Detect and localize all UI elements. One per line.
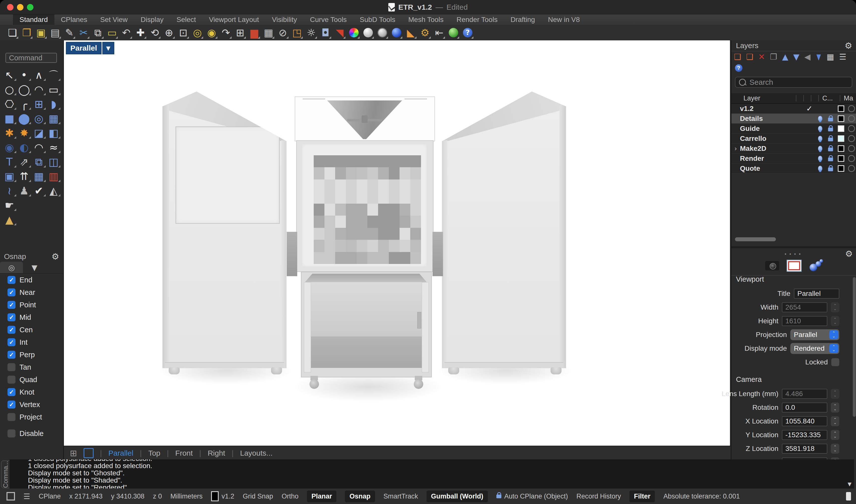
- layer-color-swatch[interactable]: [838, 105, 844, 112]
- pan-icon[interactable]: ✚: [135, 26, 147, 39]
- lock-layer-icon[interactable]: [828, 138, 833, 141]
- menu-tab-display[interactable]: Display: [134, 15, 170, 25]
- blend-icon[interactable]: ≈: [46, 142, 61, 153]
- layer-material-icon[interactable]: [848, 105, 855, 112]
- osnap-checkbox-cen[interactable]: ✓: [7, 326, 16, 334]
- viewport-tab-right[interactable]: Right: [208, 449, 225, 457]
- rotate-view-icon[interactable]: ⟲: [149, 26, 161, 39]
- split-icon[interactable]: ◧: [46, 128, 61, 139]
- command-input[interactable]: Command: [5, 53, 57, 63]
- expand-arrow-icon[interactable]: ›: [732, 145, 740, 152]
- menu-tab-standard[interactable]: Standard: [13, 15, 54, 25]
- menu-tab-mesh-tools[interactable]: Mesh Tools: [402, 15, 450, 25]
- duplicate-layer-icon[interactable]: ❐: [770, 53, 777, 61]
- extrude-icon[interactable]: ⇈: [17, 171, 31, 182]
- render-earth-icon[interactable]: [447, 26, 459, 39]
- layer-color-swatch[interactable]: [838, 155, 844, 162]
- osnap-checkbox-end[interactable]: ✓: [7, 276, 16, 284]
- sphere-white-icon[interactable]: [362, 26, 374, 39]
- camera-tab[interactable]: [764, 259, 781, 273]
- check-icon[interactable]: ✔: [31, 185, 46, 196]
- status-z-0[interactable]: z 0: [153, 492, 162, 500]
- properties-gear-icon[interactable]: ⚙: [845, 249, 853, 259]
- move-up-icon[interactable]: ▲: [782, 53, 788, 61]
- menu-tab-curve-tools[interactable]: Curve Tools: [304, 15, 353, 25]
- zoom-window-icon[interactable]: ⊡: [177, 26, 189, 39]
- polygon-icon[interactable]: ⎔: [2, 99, 17, 110]
- layers-gear-icon[interactable]: ⚙: [845, 41, 852, 51]
- property-dropdown[interactable]: Parallel⌃⌄: [790, 329, 839, 340]
- stepper-control[interactable]: ⌃⌄: [831, 444, 839, 454]
- material-cell[interactable]: [846, 105, 856, 112]
- zoom-selected-icon[interactable]: ◎: [191, 26, 203, 39]
- property-number-input[interactable]: 3581.918: [782, 444, 827, 454]
- ellipse-icon[interactable]: ◯: [17, 84, 31, 95]
- bulb-cell[interactable]: [815, 126, 825, 131]
- status-right-icon[interactable]: [846, 492, 851, 501]
- osnap-checkbox-quad[interactable]: [7, 376, 16, 384]
- filter-icon[interactable]: ▼: [816, 53, 821, 61]
- layer-material-icon[interactable]: [848, 155, 855, 162]
- material-cell[interactable]: [846, 125, 856, 132]
- lock-cell[interactable]: [825, 156, 836, 161]
- layer-color-swatch[interactable]: [838, 125, 844, 132]
- four-pane-icon[interactable]: ⊞: [70, 448, 77, 458]
- layer-row-v1-2[interactable]: v1.2✓: [732, 104, 856, 114]
- property-number-input[interactable]: -15233.335: [782, 430, 827, 440]
- property-number-input[interactable]: 1055.840: [782, 416, 827, 426]
- lock-cell[interactable]: [825, 146, 836, 151]
- array-grid-icon[interactable]: ▦: [31, 171, 46, 182]
- set-view-icon[interactable]: ⊘: [277, 26, 289, 39]
- visibility-bulb-icon[interactable]: [818, 156, 822, 161]
- osnap-checkbox-tan[interactable]: [7, 363, 16, 371]
- surface-grid-icon[interactable]: ▦: [46, 113, 61, 124]
- blast-icon[interactable]: ✸: [17, 128, 31, 139]
- menu-tab-viewport-layout[interactable]: Viewport Layout: [202, 15, 265, 25]
- bulb-cell[interactable]: [815, 146, 825, 151]
- history-scroll-down-icon[interactable]: ▼: [848, 481, 852, 487]
- lock-cell[interactable]: [825, 126, 836, 131]
- osnap-tab[interactable]: ◎: [0, 262, 23, 273]
- status-grid-snap[interactable]: Grid Snap: [243, 492, 273, 500]
- osnap-gear-icon[interactable]: ⚙: [52, 252, 59, 262]
- property-number-input[interactable]: 0.0: [782, 402, 827, 413]
- circle-icon[interactable]: ○: [2, 84, 17, 95]
- print-icon[interactable]: ▤: [49, 26, 61, 39]
- osnap-checkbox-int[interactable]: ✓: [7, 338, 16, 346]
- property-text-input[interactable]: Parallel: [794, 289, 839, 299]
- layer-color-swatch[interactable]: [838, 145, 844, 152]
- layer-color-swatch[interactable]: [838, 165, 844, 172]
- viewport-tab-front[interactable]: Front: [175, 449, 193, 457]
- command-history-side-tab[interactable]: Comma...: [1, 461, 10, 488]
- menu-tab-set-view[interactable]: Set View: [93, 15, 134, 25]
- sphere-icon[interactable]: ⬤: [17, 113, 31, 124]
- bulb-cell[interactable]: [815, 156, 825, 161]
- torus-icon[interactable]: ◎: [31, 113, 46, 124]
- status-osnap[interactable]: Osnap: [345, 490, 375, 502]
- viewport-title-label[interactable]: Parallel: [66, 42, 102, 54]
- lock-cell[interactable]: [825, 136, 836, 141]
- sphere-blue-icon[interactable]: [391, 26, 403, 39]
- viewport-tab-layouts[interactable]: Layouts...: [240, 449, 273, 457]
- layer-material-icon[interactable]: [848, 165, 855, 172]
- color-cell[interactable]: [836, 136, 846, 142]
- color-wheel-icon[interactable]: [348, 26, 360, 39]
- curve-icon[interactable]: ⌒: [46, 70, 61, 81]
- status-smarttrack[interactable]: SmartTrack: [383, 492, 418, 500]
- rectangle-icon[interactable]: ▭: [46, 84, 61, 95]
- menu-tab-select[interactable]: Select: [170, 15, 202, 25]
- menu-tab-render-tools[interactable]: Render Tools: [450, 15, 504, 25]
- status-y-3410-308[interactable]: y 3410.308: [111, 492, 144, 500]
- status-filter[interactable]: Filter: [629, 490, 655, 502]
- color-cell[interactable]: [836, 165, 846, 172]
- color-cell[interactable]: [836, 145, 846, 152]
- layer-row-details[interactable]: Details: [732, 114, 856, 124]
- copy-icon[interactable]: ⧉: [92, 26, 104, 39]
- collapse-icon[interactable]: ◀: [804, 53, 810, 61]
- layer-row-guide[interactable]: Guide: [732, 124, 856, 133]
- panel-drag-handle[interactable]: ••••: [785, 251, 804, 257]
- layer-material-icon[interactable]: [848, 115, 855, 122]
- edit-properties-icon[interactable]: ✎: [63, 26, 75, 39]
- viewport-tab-parallel[interactable]: Parallel: [108, 449, 133, 457]
- fillet-curve-icon[interactable]: ╭: [17, 99, 31, 110]
